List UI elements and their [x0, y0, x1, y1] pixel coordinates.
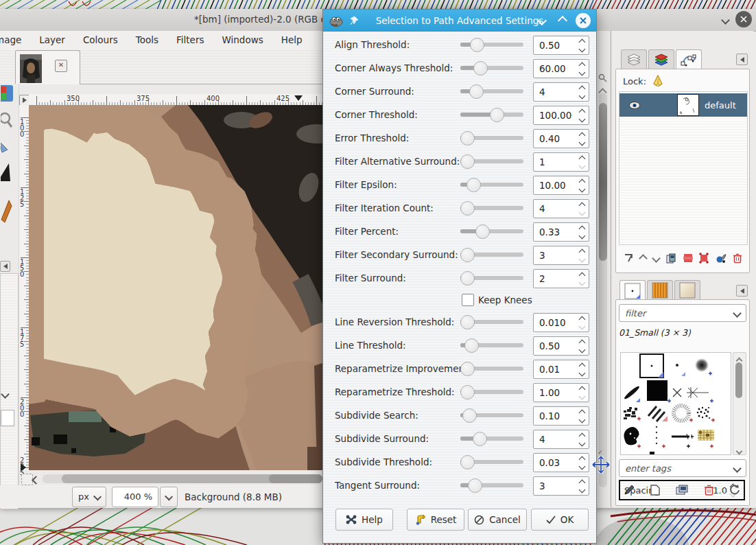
- corner-threshold-slider[interactable]: [460, 111, 523, 119]
- spin-down-icon[interactable]: [579, 346, 586, 353]
- scrollbar-thumb[interactable]: [62, 474, 288, 483]
- filter-alternative-surround-spinbox[interactable]: 1: [533, 152, 589, 172]
- horizontal-ruler[interactable]: 350 375 400 425: [29, 94, 322, 106]
- spin-up-icon[interactable]: [579, 38, 586, 45]
- spin-down-icon[interactable]: [579, 393, 586, 399]
- tab-close-button[interactable]: ✕: [55, 60, 67, 72]
- duplicate-brush-icon[interactable]: [675, 484, 689, 496]
- spin-up-icon[interactable]: [579, 225, 586, 232]
- reparametrize-improvement-spinbox[interactable]: 0.01: [533, 360, 589, 379]
- filter-secondary-surround-slider[interactable]: [460, 251, 523, 259]
- spin-down-icon[interactable]: [579, 45, 586, 52]
- corner-surround-spinbox[interactable]: 4: [533, 82, 589, 102]
- scroll-down-icon[interactable]: [737, 445, 742, 456]
- minimize-button[interactable]: [718, 12, 733, 27]
- slider-handle[interactable]: [466, 178, 481, 192]
- filter-iteration-count-slider[interactable]: [460, 204, 523, 212]
- zoom-select-button[interactable]: [160, 487, 178, 507]
- spin-down-icon[interactable]: [579, 115, 586, 122]
- paths-panel-collapse-button[interactable]: [736, 54, 748, 65]
- slider-handle[interactable]: [473, 432, 487, 446]
- delete-path-icon[interactable]: [733, 253, 742, 264]
- image-tab[interactable]: ✕: [15, 50, 80, 84]
- refresh-brushes-icon[interactable]: [729, 484, 741, 496]
- filter-alternative-surround-slider[interactable]: [460, 157, 523, 165]
- tangent-surround-spinbox[interactable]: 3: [533, 476, 589, 496]
- menu-windows[interactable]: Windows: [222, 34, 263, 45]
- brush-panel-collapse-button[interactable]: [736, 285, 748, 297]
- filter-iteration-count-spinbox[interactable]: 4: [533, 199, 589, 218]
- image-canvas[interactable]: [29, 105, 322, 470]
- spin-up-icon[interactable]: [579, 248, 586, 255]
- slider-handle[interactable]: [464, 338, 479, 353]
- keep-knees-checkbox[interactable]: [462, 294, 474, 306]
- brush-item[interactable]: [640, 354, 663, 378]
- reparametrize-threshold-spinbox[interactable]: 1.00: [533, 383, 589, 402]
- spin-down-icon[interactable]: [579, 416, 586, 423]
- edit-brush-icon[interactable]: [623, 484, 635, 496]
- tab-gradients[interactable]: [674, 280, 700, 300]
- filter-surround-spinbox[interactable]: 2: [533, 269, 589, 288]
- subdivide-threshold-spinbox[interactable]: 0.03: [533, 453, 589, 472]
- spin-up-icon[interactable]: [579, 108, 586, 115]
- spin-down-icon[interactable]: [579, 439, 586, 446]
- spin-up-icon[interactable]: [579, 155, 586, 162]
- tab-brushes[interactable]: [619, 280, 646, 301]
- slider-handle[interactable]: [460, 131, 475, 146]
- brush-tags-combo[interactable]: enter tags: [619, 459, 746, 477]
- menu-filters[interactable]: Filters: [176, 34, 204, 45]
- menu-layer[interactable]: Layer: [39, 34, 65, 45]
- reparametrize-improvement-slider[interactable]: [460, 364, 523, 373]
- stroke-path-icon[interactable]: [716, 253, 727, 264]
- tab-patterns[interactable]: [647, 280, 673, 300]
- vertical-ruler[interactable]: 100 125 150 175 200 225: [19, 105, 29, 470]
- unshade-button[interactable]: [555, 13, 570, 28]
- filter-surround-slider[interactable]: [460, 274, 523, 282]
- menu-tools[interactable]: Tools: [136, 34, 158, 45]
- spin-up-icon[interactable]: [579, 272, 586, 279]
- subdivide-surround-slider[interactable]: [460, 434, 523, 443]
- spin-up-icon[interactable]: [579, 479, 586, 486]
- dialog-close-button[interactable]: [576, 13, 591, 28]
- shade-button[interactable]: [534, 13, 550, 28]
- slider-handle[interactable]: [475, 224, 490, 239]
- duplicate-path-icon[interactable]: [665, 253, 676, 264]
- unit-select[interactable]: px: [72, 487, 106, 507]
- tab-paths[interactable]: [676, 49, 702, 71]
- corner-threshold-spinbox[interactable]: 100.00: [533, 106, 589, 125]
- measure-tool-icon[interactable]: [1, 137, 16, 155]
- corner-surround-slider[interactable]: [460, 87, 523, 95]
- toolbox-collapse-button[interactable]: [0, 261, 10, 272]
- selection-to-path-icon[interactable]: [699, 253, 709, 264]
- filter-epsilon-slider[interactable]: [460, 181, 523, 189]
- tab-layers[interactable]: [621, 49, 647, 69]
- spin-up-icon[interactable]: [579, 432, 586, 439]
- spin-down-icon[interactable]: [579, 209, 586, 216]
- spin-down-icon[interactable]: [579, 92, 586, 99]
- corner-always-threshold-spinbox[interactable]: 60.00: [533, 59, 589, 78]
- subdivide-search-slider[interactable]: [460, 411, 523, 419]
- brush-grid[interactable]: [620, 352, 731, 455]
- spin-up-icon[interactable]: [579, 85, 586, 92]
- subdivide-surround-spinbox[interactable]: 4: [533, 430, 589, 449]
- menu-image[interactable]: Image: [0, 34, 21, 45]
- line-reversion-threshold-slider[interactable]: [460, 318, 523, 326]
- spin-up-icon[interactable]: [579, 456, 586, 463]
- lock-pen-icon[interactable]: [653, 75, 663, 88]
- slider-handle[interactable]: [460, 201, 475, 216]
- slider-handle[interactable]: [460, 271, 475, 286]
- scrollbar-thumb-dark[interactable]: [269, 474, 322, 483]
- slider-handle[interactable]: [473, 61, 488, 76]
- brush-filter-combo[interactable]: filter: [619, 304, 746, 322]
- move-tool-icon[interactable]: [1, 161, 16, 185]
- path-to-selection-icon[interactable]: [683, 253, 693, 264]
- spin-up-icon[interactable]: [579, 132, 586, 139]
- subdivide-threshold-slider[interactable]: [460, 458, 523, 466]
- spin-down-icon[interactable]: [579, 463, 586, 469]
- slider-handle[interactable]: [460, 315, 475, 329]
- option-box[interactable]: [1, 410, 14, 426]
- filter-percent-slider[interactable]: [460, 227, 523, 235]
- slider-handle[interactable]: [468, 478, 482, 493]
- scroll-left-button[interactable]: [33, 475, 39, 485]
- option-chevron[interactable]: [2, 389, 8, 399]
